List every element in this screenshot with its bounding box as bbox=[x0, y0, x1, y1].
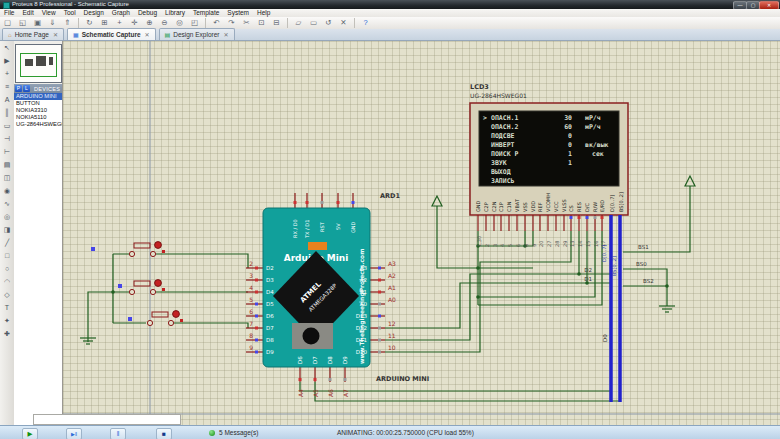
menu-system[interactable]: System bbox=[223, 9, 253, 17]
net-label: 9 bbox=[249, 344, 253, 351]
wire-label-icon[interactable]: ≡ bbox=[1, 81, 13, 93]
display-pin-name: VLSS bbox=[561, 199, 567, 212]
close-icon[interactable]: ✕ bbox=[53, 31, 58, 38]
text-script-icon[interactable]: A bbox=[1, 94, 13, 106]
arduino-pin-name: GND bbox=[350, 221, 356, 233]
selection-pointer-icon[interactable]: ↖ bbox=[1, 42, 13, 54]
display-pin-name: C1P bbox=[498, 202, 504, 212]
tape-recorder-icon[interactable]: ◫ bbox=[1, 172, 13, 184]
junction-dot-icon[interactable]: + bbox=[1, 68, 13, 80]
net-label: A5 bbox=[312, 389, 319, 397]
device-item-arduino-mini[interactable]: ARDUINO MINI bbox=[14, 93, 62, 100]
close-icon[interactable]: ✕ bbox=[224, 31, 229, 38]
tab-schematic-capture[interactable]: ▦ Schematic Capture ✕ bbox=[67, 28, 156, 40]
net-label: A1 bbox=[388, 284, 396, 291]
2d-circle-icon[interactable]: ○ bbox=[1, 263, 13, 275]
copy-icon[interactable]: ⊡ bbox=[255, 18, 268, 28]
device-item-ug2864[interactable]: UG-2864HSWEG01 bbox=[14, 121, 62, 128]
message-count[interactable]: 5 Message(s) bbox=[219, 429, 258, 436]
subcircuit-icon[interactable]: ▭ bbox=[1, 120, 13, 132]
close-icon[interactable]: ✕ bbox=[145, 31, 150, 38]
schematic-canvas[interactable]: ARD1 Arduino Mini bbox=[63, 41, 780, 425]
refresh-icon[interactable]: ↻ bbox=[83, 18, 96, 28]
step-button[interactable]: ▶‖ bbox=[66, 428, 82, 439]
2d-arc-icon[interactable]: ◠ bbox=[1, 276, 13, 288]
block-move-icon[interactable]: ▭ bbox=[307, 18, 320, 28]
screen-line-name: ОПАСН.1 bbox=[491, 114, 518, 122]
device-pin-icon[interactable]: ⊢ bbox=[1, 146, 13, 158]
undo-icon[interactable]: ↶ bbox=[210, 18, 223, 28]
tab-home-page[interactable]: ⌂ Home Page ✕ bbox=[2, 28, 64, 40]
oled-display-component[interactable]: LCD3 UG-2864HSWEG01 > ОПАСН.1 30 мР/ч ОП… bbox=[470, 83, 628, 247]
2d-text-icon[interactable]: T bbox=[1, 302, 13, 314]
tab-design-explorer[interactable]: ▤ Design Explorer ✕ bbox=[159, 28, 235, 40]
display-part-number: UG-2864HSWEG01 bbox=[470, 92, 527, 99]
device-item-button[interactable]: BUTTON bbox=[14, 100, 62, 107]
arduino-pin-name: RST bbox=[319, 221, 325, 232]
device-item-nokia5110[interactable]: NOKIA5110 bbox=[14, 114, 62, 121]
save-file-icon[interactable]: ▣ bbox=[31, 18, 44, 28]
zoom-out-icon[interactable]: ⊖ bbox=[158, 18, 171, 28]
arduino-pin-name: A3 bbox=[360, 265, 368, 271]
bus-icon[interactable]: ║ bbox=[1, 107, 13, 119]
screen-line-name: ИНВЕРТ bbox=[491, 141, 515, 149]
generator-icon[interactable]: ◉ bbox=[1, 185, 13, 197]
current-probe-icon[interactable]: ◎ bbox=[1, 211, 13, 223]
export-icon[interactable]: ⇑ bbox=[61, 18, 74, 28]
screen-line-value: 30 bbox=[564, 114, 572, 122]
arduino-pin-name: A1 bbox=[360, 289, 367, 295]
marker-icon[interactable]: ✚ bbox=[1, 328, 13, 340]
home-icon: ⌂ bbox=[8, 32, 12, 38]
component-mode-icon[interactable]: ▶ bbox=[1, 55, 13, 67]
new-file-icon[interactable]: ▢ bbox=[1, 18, 14, 28]
block-rotate-icon[interactable]: ↺ bbox=[322, 18, 335, 28]
block-copy-icon[interactable]: ▱ bbox=[292, 18, 305, 28]
overview-minimap[interactable] bbox=[15, 44, 62, 83]
2d-path-icon[interactable]: ◇ bbox=[1, 289, 13, 301]
graph-icon[interactable]: ▤ bbox=[1, 159, 13, 171]
menu-design[interactable]: Design bbox=[80, 9, 108, 17]
grid-toggle-icon[interactable]: ⊞ bbox=[98, 18, 111, 28]
menu-debug[interactable]: Debug bbox=[134, 9, 161, 17]
menu-tool[interactable]: Tool bbox=[60, 9, 80, 17]
zoom-area-icon[interactable]: ◰ bbox=[188, 18, 201, 28]
menu-library[interactable]: Library bbox=[161, 9, 189, 17]
instrument-icon[interactable]: ◨ bbox=[1, 224, 13, 236]
menu-view[interactable]: View bbox=[38, 9, 60, 17]
paste-icon[interactable]: ⊟ bbox=[270, 18, 283, 28]
2d-box-icon[interactable]: □ bbox=[1, 250, 13, 262]
play-button[interactable]: ▶ bbox=[22, 428, 38, 439]
pick-devices-button[interactable]: P bbox=[15, 85, 22, 92]
help-icon[interactable]: ? bbox=[359, 18, 372, 28]
menu-edit[interactable]: Edit bbox=[18, 9, 37, 17]
redo-icon[interactable]: ↷ bbox=[225, 18, 238, 28]
toolbar-separator bbox=[287, 18, 288, 28]
menu-graph[interactable]: Graph bbox=[108, 9, 134, 17]
stop-button[interactable]: ■ bbox=[156, 428, 172, 439]
voltage-probe-icon[interactable]: ∿ bbox=[1, 198, 13, 210]
2d-symbol-icon[interactable]: ✦ bbox=[1, 315, 13, 327]
arduino-mini-component[interactable]: ARD1 Arduino Mini bbox=[246, 192, 429, 397]
terminal-icon[interactable]: ⊣ bbox=[1, 133, 13, 145]
sheet-border bbox=[63, 41, 780, 414]
menu-help[interactable]: Help bbox=[253, 9, 274, 17]
cut-icon[interactable]: ✂ bbox=[240, 18, 253, 28]
arduino-pin-name: D13 bbox=[356, 313, 368, 319]
pan-icon[interactable]: ✛ bbox=[128, 18, 141, 28]
2d-line-icon[interactable]: ╱ bbox=[1, 237, 13, 249]
library-button[interactable]: L bbox=[23, 85, 30, 92]
data-bus[interactable] bbox=[611, 215, 620, 402]
zoom-in-icon[interactable]: ⊕ bbox=[143, 18, 156, 28]
menu-template[interactable]: Template bbox=[189, 9, 223, 17]
zoom-all-icon[interactable]: ◎ bbox=[173, 18, 186, 28]
arduino-pin-name: A2 bbox=[360, 277, 367, 283]
origin-icon[interactable]: + bbox=[113, 18, 126, 28]
import-icon[interactable]: ⇓ bbox=[46, 18, 59, 28]
device-item-nokia3310[interactable]: NOKIA3310 bbox=[14, 107, 62, 114]
open-file-icon[interactable]: ◱ bbox=[16, 18, 29, 28]
pause-button[interactable]: ‖ bbox=[110, 428, 126, 439]
wires[interactable] bbox=[88, 186, 690, 401]
screen-line-value: 1 bbox=[568, 159, 572, 167]
block-delete-icon[interactable]: ✕ bbox=[337, 18, 350, 28]
menu-file[interactable]: File bbox=[0, 9, 18, 17]
